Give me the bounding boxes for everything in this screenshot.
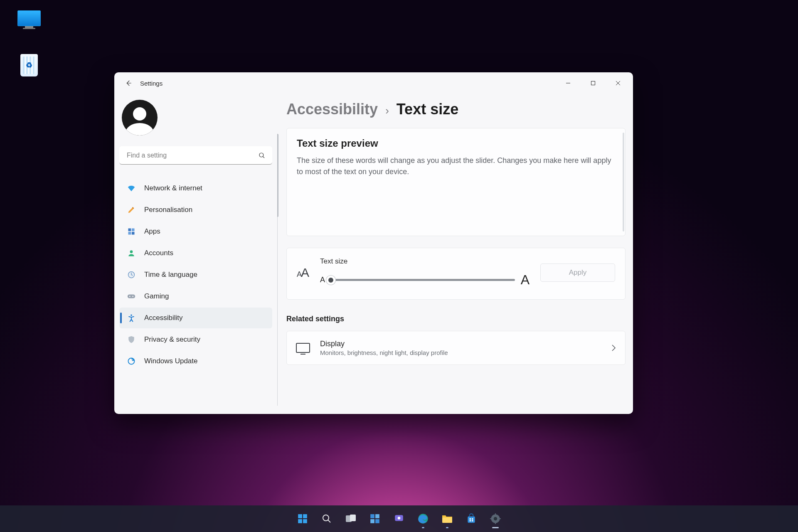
svg-rect-33 — [468, 517, 475, 523]
svg-rect-40 — [495, 513, 496, 515]
svg-point-13 — [129, 296, 131, 297]
svg-rect-18 — [303, 514, 307, 518]
svg-rect-37 — [472, 520, 473, 521]
svg-rect-27 — [370, 519, 374, 523]
wifi-icon — [127, 184, 136, 193]
sidebar-item-time-language[interactable]: Time & language — [119, 264, 272, 285]
shield-icon — [127, 335, 136, 344]
text-size-slider[interactable] — [331, 279, 515, 281]
breadcrumb: Accessibility › Text size — [286, 101, 626, 118]
sidebar-item-label: Privacy & security — [144, 335, 200, 344]
preview-scrollbar[interactable] — [623, 133, 624, 232]
sidebar-item-windows-update[interactable]: Windows Update — [119, 351, 272, 372]
clock-globe-icon — [127, 270, 136, 279]
chat-icon — [394, 513, 404, 524]
minimize-button[interactable] — [556, 74, 581, 92]
sidebar-item-personalisation[interactable]: Personalisation — [119, 200, 272, 220]
breadcrumb-parent[interactable]: Accessibility — [286, 101, 378, 118]
folder-icon — [441, 514, 453, 524]
svg-rect-7 — [132, 229, 135, 232]
maximize-icon — [591, 81, 596, 86]
svg-point-30 — [398, 517, 401, 520]
sidebar-item-label: Personalisation — [144, 206, 192, 214]
slider-max-glyph: A — [521, 272, 530, 288]
svg-rect-28 — [375, 519, 379, 523]
sidebar-item-label: Apps — [144, 227, 160, 236]
back-button[interactable] — [121, 76, 136, 91]
chevron-right-icon: › — [385, 104, 389, 117]
svg-rect-36 — [470, 520, 471, 521]
taskbar-file-explorer-button[interactable] — [436, 508, 458, 530]
widgets-icon — [369, 513, 380, 524]
related-settings-heading: Related settings — [286, 315, 626, 323]
text-size-preview-card: Text size preview The size of these word… — [286, 128, 626, 236]
taskbar-store-button[interactable] — [461, 508, 482, 530]
gamepad-icon — [127, 292, 136, 301]
svg-rect-1 — [591, 81, 595, 85]
slider-thumb[interactable] — [326, 276, 335, 285]
person-icon — [127, 249, 136, 258]
svg-rect-34 — [470, 518, 471, 520]
search-input[interactable] — [119, 146, 272, 165]
chevron-right-icon — [611, 344, 616, 352]
text-size-aa-icon: AA — [297, 266, 309, 280]
taskbar-settings-button[interactable] — [485, 508, 506, 530]
store-icon — [466, 513, 477, 524]
accessibility-icon — [127, 313, 136, 323]
user-avatar[interactable] — [122, 100, 158, 135]
sidebar-item-gaming[interactable]: Gaming — [119, 286, 272, 307]
preview-heading: Text size preview — [297, 138, 615, 149]
svg-rect-24 — [350, 515, 356, 521]
maximize-button[interactable] — [581, 74, 606, 92]
sidebar-item-network[interactable]: Network & internet — [119, 178, 272, 199]
sidebar-item-label: Accessibility — [144, 314, 183, 322]
minimize-icon — [566, 81, 571, 86]
desktop-icon-this-pc[interactable] — [10, 10, 48, 29]
svg-rect-20 — [303, 519, 307, 523]
task-view-icon — [345, 514, 356, 523]
taskbar-search-button[interactable] — [316, 508, 337, 530]
slider-min-glyph: A — [320, 276, 325, 284]
settings-window: Settings Network & internet — [114, 72, 633, 414]
windows-start-icon — [297, 513, 308, 524]
update-icon — [127, 357, 136, 366]
close-icon — [616, 81, 621, 86]
content-scrollbar[interactable] — [277, 134, 278, 406]
taskbar-task-view-button[interactable] — [340, 508, 362, 530]
sidebar-item-privacy[interactable]: Privacy & security — [119, 329, 272, 350]
slider-label: Text size — [320, 257, 530, 266]
sidebar-item-apps[interactable]: Apps — [119, 221, 272, 242]
svg-rect-26 — [375, 514, 379, 518]
taskbar — [0, 505, 798, 532]
sidebar-item-accounts[interactable]: Accounts — [119, 243, 272, 264]
svg-rect-35 — [472, 518, 473, 520]
svg-rect-42 — [490, 518, 492, 519]
apps-icon — [127, 227, 136, 236]
svg-rect-25 — [370, 514, 374, 518]
nav-list: Network & internet Personalisation Apps … — [119, 178, 272, 372]
paintbrush-icon — [127, 205, 136, 214]
svg-point-15 — [131, 315, 132, 316]
sidebar-item-label: Windows Update — [144, 357, 198, 365]
taskbar-chat-button[interactable] — [388, 508, 410, 530]
recycle-icon: ♻ — [26, 61, 32, 70]
taskbar-start-button[interactable] — [292, 508, 313, 530]
sidebar-item-accessibility[interactable]: Accessibility — [119, 308, 272, 328]
apply-button: Apply — [540, 264, 615, 282]
search-icon — [258, 152, 266, 159]
svg-rect-41 — [495, 522, 496, 524]
svg-point-4 — [259, 153, 264, 157]
taskbar-edge-button[interactable] — [412, 508, 434, 530]
svg-rect-12 — [128, 294, 135, 298]
related-subtitle: Monitors, brightness, night light, displ… — [320, 349, 601, 356]
close-button[interactable] — [606, 74, 631, 92]
related-title: Display — [320, 340, 601, 348]
taskbar-widgets-button[interactable] — [364, 508, 386, 530]
svg-rect-9 — [132, 232, 135, 235]
sidebar-item-label: Gaming — [144, 292, 169, 300]
related-display-card[interactable]: Display Monitors, brightness, night ligh… — [286, 331, 626, 365]
search-icon — [322, 514, 332, 524]
svg-point-21 — [323, 515, 329, 521]
desktop-icon-recycle-bin[interactable]: ♻ — [10, 54, 48, 76]
gear-icon — [490, 513, 501, 525]
